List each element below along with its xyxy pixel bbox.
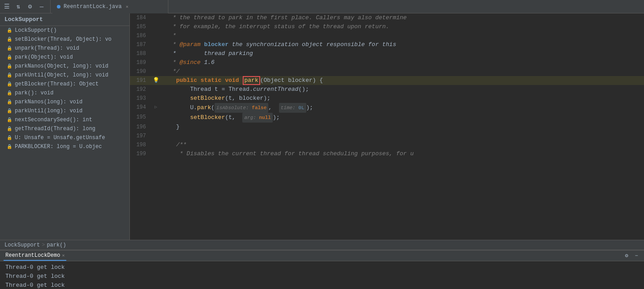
bottom-gear-icon[interactable]: ⚙ [623,252,631,260]
sidebar-item-icon: 🔒 [6,135,13,141]
console-lines-container: Thread-0 get lockThread-0 get lockThread… [5,263,639,289]
sidebar-item[interactable]: 🔒unpark(Thread): void [0,44,129,53]
breadcrumb-sep: > [42,242,45,248]
line-number: 196 [130,123,151,132]
toolbar-btn-4[interactable]: — [37,2,47,12]
tab-rl[interactable]: ReentrantLock.java✕ [52,0,168,13]
sidebar-item-icon: 🔒 [6,108,13,114]
code-line: 185 * for example, the interrupt status … [130,22,644,31]
function-name: setBlocker [190,95,225,102]
sidebar-item-icon: 🔒 [6,117,13,123]
line-number: 194 [130,103,151,112]
code-plain: (Object blocker) { [260,77,323,84]
sidebar-item-label: parkNanos(Object, long): void [15,63,108,69]
comment: * [162,32,176,39]
bottom-minus-icon[interactable]: − [632,252,640,260]
sidebar-item-label: parkUntil(Object, long): void [15,72,108,78]
comment: * [162,41,180,48]
code-lines: 184 * the thread to park in the first pl… [130,13,644,158]
code-content: * the thread to park in the first place.… [160,13,644,22]
sidebar-item-label: unpark(Thread): void [15,45,79,51]
comment-text: 1.6 [201,59,215,66]
toolbar-btn-2[interactable]: ⇅ [13,2,23,12]
sidebar-item[interactable]: 🔒park(): void [0,89,129,98]
function-name: currentThread [253,86,298,93]
console-line: Thread-0 get lock [5,263,639,272]
code-line: 192 Thread t = Thread.currentThread(); [130,85,644,94]
sidebar-item-icon: 🔒 [6,72,13,78]
code-content: public static void park(Object blocker) … [160,76,644,85]
function-name: park [197,104,211,111]
sidebar-item-label: setBlocker(Thread, Object): vo [15,36,112,42]
code-line: 193 setBlocker(t, blocker); [130,94,644,103]
toolbar-btn-1[interactable]: ☰ [2,2,12,12]
line-number: 187 [130,40,151,49]
bottom-tab-close[interactable]: ✕ [62,253,64,258]
comment: /** [176,141,186,148]
line-number: 195 [130,113,151,122]
sidebar-item[interactable]: 🔒parkNanos(Object, long): void [0,62,129,71]
line-number: 193 [130,94,151,103]
comment: * the thread to park in the first place.… [162,14,407,21]
code-line: 197 [130,132,644,140]
type: Thread [190,86,211,93]
code-content: /** [160,140,644,149]
keyword: false [252,105,266,110]
code-plain: (t, [225,114,242,121]
code-content: setBlocker(t, arg: null); [160,113,644,123]
code-content: */ [160,67,644,76]
code-content: * [160,31,644,40]
sidebar-item[interactable]: 🔒parkUntil(Object, long): void [0,71,129,80]
code-plain: , [268,104,279,111]
line-number: 185 [130,22,151,31]
code-content: * @param blocker the synchronization obj… [160,40,644,49]
sidebar-item[interactable]: 🔒park(Object): void [0,53,129,62]
sidebar-item-icon: 🔒 [6,99,13,105]
function-name: setBlocker [190,114,225,121]
sidebar-item[interactable]: 🔒getBlocker(Thread): Object [0,80,129,89]
sidebar-item-icon: 🔒 [6,54,13,60]
tab-dot [57,5,60,8]
param-hint: time: 0L [279,103,306,113]
code-content: * @since 1.6 [160,58,644,67]
tab-close[interactable]: ✕ [126,4,129,9]
breadcrumb-bar: LockSupport > park() [0,240,644,250]
sidebar-item[interactable]: 🔒LockSupport() [0,26,129,35]
comment: * Disables the current thread for thread… [162,150,414,157]
comment: * for example, the interrupt status of t… [162,23,389,30]
bottom-panel: ReentrantLockDemo ✕ ⚙ − Thread-0 get loc… [0,250,644,289]
code-plain: } [176,123,180,130]
sidebar-item[interactable]: 🔒nextSecondarySeed(): int [0,115,129,124]
sidebar-item-label: getThreadId(Thread): long [15,126,95,132]
sidebar-item-label: parkUntil(long): void [15,108,82,114]
line-number: 197 [130,132,151,140]
sidebar-item[interactable]: 🔒parkUntil(long): void [0,106,129,115]
sidebar-item[interactable]: 🔒PARKBLOCKER: long = U.objec [0,142,129,151]
breadcrumb-part2: park() [47,242,66,248]
toolbar-btn-3[interactable]: ⚙ [25,2,35,12]
code-line: 189 * @since 1.6 [130,58,644,67]
code-line: 187 * @param blocker the synchronization… [130,40,644,49]
line-number: 189 [130,58,151,67]
comment: * [162,59,180,66]
sidebar-item[interactable]: 🔒parkNanos(long): void [0,98,129,106]
bottom-panel-actions: ⚙ − [623,252,640,260]
bottom-tab-demo[interactable]: ReentrantLockDemo ✕ [4,251,66,261]
sidebar-item-label: U: Unsafe = Unsafe.getUnsafe [15,135,105,141]
console-line: Thread-0 get lock [5,281,639,289]
sidebar-item[interactable]: 🔒setBlocker(Thread, Object): vo [0,35,129,44]
line-number: 191 [130,76,151,85]
line-number: 190 [130,67,151,76]
code-content: * thread parking [160,49,644,58]
code-content: * for example, the interrupt status of t… [160,22,644,31]
sidebar-item-label: nextSecondarySeed(): int [15,117,92,123]
line-marker: 💡 [151,76,160,85]
sidebar-item[interactable]: 🔒U: Unsafe = Unsafe.getUnsafe [0,133,129,142]
sidebar-item[interactable]: 🔒getThreadId(Thread): long [0,124,129,133]
code-plain: ); [306,104,313,111]
sidebar-item-label: PARKBLOCKER: long = U.objec [15,144,102,150]
code-plain: (); [298,86,309,93]
breadcrumb-part1: LockSupport [4,242,40,248]
keyword: null [259,115,270,120]
line-number: 198 [130,140,151,149]
